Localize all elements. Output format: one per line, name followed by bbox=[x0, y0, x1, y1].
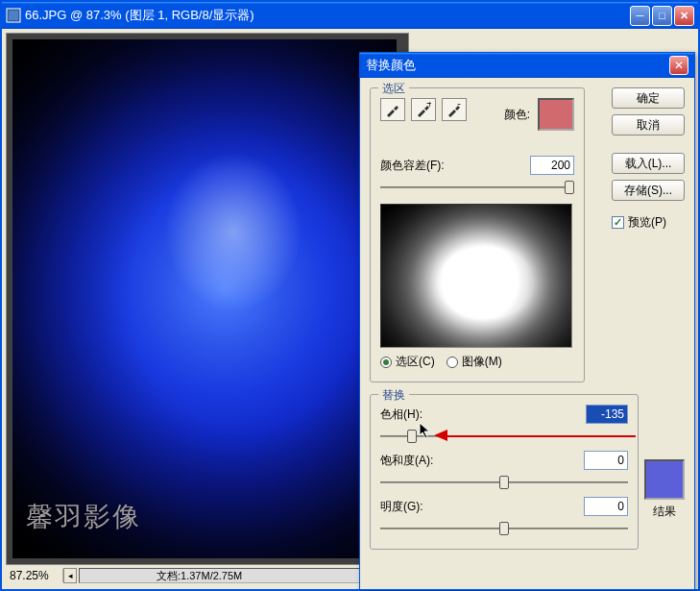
fuzziness-label: 颜色容差(F): bbox=[380, 158, 524, 174]
lightness-label: 明度(G): bbox=[380, 499, 449, 515]
color-label: 颜色: bbox=[504, 107, 530, 123]
canvas-area[interactable]: 馨羽影像 bbox=[6, 33, 409, 569]
replace-fieldset: 替换 色相(H): 饱和度(A): bbox=[370, 394, 639, 550]
status-bar: 87.25% ◂ 文档:1.37M/2.75M ▸ bbox=[6, 564, 409, 585]
document-canvas[interactable]: 馨羽影像 bbox=[12, 39, 397, 558]
radio-image[interactable]: 图像(M) bbox=[447, 354, 502, 370]
eyedropper-icon[interactable] bbox=[380, 98, 405, 121]
result-color-swatch[interactable] bbox=[644, 459, 685, 500]
ok-button[interactable]: 确定 bbox=[612, 87, 685, 109]
svg-rect-1 bbox=[9, 11, 18, 20]
replace-color-dialog: 替换颜色 ✕ 确定 取消 载入(L)... 存储(S)... ✓ 预览(P) 选… bbox=[359, 52, 695, 590]
radio-selection-label: 选区(C) bbox=[396, 354, 435, 370]
hue-input[interactable] bbox=[586, 405, 628, 424]
main-window-title: 66.JPG @ 87.3% (图层 1, RGB/8/显示器) bbox=[25, 7, 630, 24]
selection-fieldset: 选区 + - 颜色: 颜色容差(F): bbox=[370, 87, 585, 382]
saturation-thumb[interactable] bbox=[499, 476, 509, 489]
dialog-titlebar[interactable]: 替换颜色 ✕ bbox=[360, 53, 694, 78]
save-button[interactable]: 存储(S)... bbox=[612, 180, 685, 201]
selection-preview[interactable] bbox=[380, 204, 572, 348]
hue-label: 色相(H): bbox=[380, 406, 449, 423]
fuzziness-input[interactable] bbox=[530, 156, 574, 175]
fuzziness-thumb[interactable] bbox=[565, 181, 574, 194]
result-block: 结果 bbox=[644, 459, 685, 520]
hue-slider[interactable] bbox=[380, 428, 628, 445]
minimize-button[interactable]: ─ bbox=[630, 6, 650, 26]
radio-icon bbox=[380, 357, 392, 368]
saturation-input[interactable] bbox=[584, 451, 628, 470]
lightness-slider[interactable] bbox=[380, 520, 628, 537]
close-button[interactable]: ✕ bbox=[674, 6, 694, 26]
dialog-close-button[interactable]: ✕ bbox=[669, 56, 688, 75]
saturation-label: 饱和度(A): bbox=[380, 453, 449, 469]
document-size: 文档:1.37M/2.75M bbox=[157, 569, 242, 583]
radio-icon bbox=[447, 357, 458, 368]
fuzziness-slider[interactable] bbox=[380, 179, 574, 196]
eyedropper-plus-icon[interactable]: + bbox=[411, 98, 436, 121]
app-icon bbox=[6, 8, 21, 23]
svg-text:+: + bbox=[426, 102, 431, 111]
radio-image-label: 图像(M) bbox=[462, 354, 502, 370]
saturation-slider[interactable] bbox=[380, 474, 628, 491]
maximize-button[interactable]: □ bbox=[652, 6, 672, 26]
scroll-left-icon[interactable]: ◂ bbox=[63, 568, 77, 583]
cursor-icon bbox=[419, 422, 432, 441]
lightness-input[interactable] bbox=[584, 497, 628, 516]
hue-thumb[interactable] bbox=[407, 430, 417, 443]
result-label: 结果 bbox=[644, 504, 685, 520]
lightness-thumb[interactable] bbox=[499, 522, 509, 535]
checkbox-icon: ✓ bbox=[612, 216, 624, 229]
preview-checkbox[interactable]: ✓ 预览(P) bbox=[612, 214, 685, 231]
main-titlebar[interactable]: 66.JPG @ 87.3% (图层 1, RGB/8/显示器) ─ □ ✕ bbox=[2, 2, 698, 29]
rose-image: 馨羽影像 bbox=[12, 39, 397, 558]
load-button[interactable]: 载入(L)... bbox=[612, 153, 685, 174]
zoom-level[interactable]: 87.25% bbox=[6, 569, 63, 582]
replace-legend: 替换 bbox=[378, 387, 409, 404]
dialog-button-column: 确定 取消 载入(L)... 存储(S)... ✓ 预览(P) bbox=[612, 87, 685, 231]
dialog-title: 替换颜色 bbox=[366, 57, 669, 74]
selection-legend: 选区 bbox=[378, 81, 409, 97]
cancel-button[interactable]: 取消 bbox=[612, 114, 685, 135]
radio-selection[interactable]: 选区(C) bbox=[380, 354, 435, 370]
eyedropper-minus-icon[interactable]: - bbox=[442, 98, 467, 121]
selection-color-swatch[interactable] bbox=[538, 98, 574, 131]
preview-label: 预览(P) bbox=[628, 214, 666, 231]
watermark-text: 馨羽影像 bbox=[26, 499, 141, 535]
horizontal-scrollbar[interactable]: 文档:1.37M/2.75M bbox=[79, 568, 394, 583]
svg-text:-: - bbox=[457, 102, 461, 111]
